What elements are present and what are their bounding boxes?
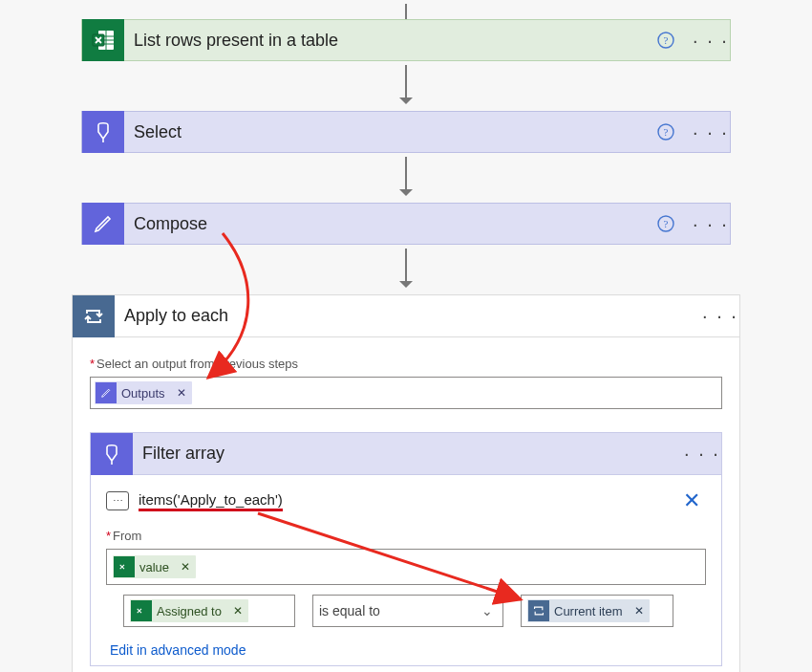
help-icon[interactable]: ? bbox=[657, 32, 692, 49]
action-compose[interactable]: Compose ? · · · bbox=[81, 203, 731, 245]
dataop-icon bbox=[82, 111, 124, 153]
dataop-icon bbox=[91, 433, 133, 475]
action-list-rows[interactable]: List rows present in a table ? · · · bbox=[81, 19, 731, 61]
token-label: value bbox=[136, 560, 175, 574]
loop-icon bbox=[528, 600, 549, 621]
action-title: Select bbox=[124, 122, 657, 142]
connector-arrow bbox=[81, 153, 731, 203]
from-input[interactable]: value ✕ bbox=[106, 549, 706, 585]
token-outputs[interactable]: Outputs ✕ bbox=[95, 381, 192, 404]
loop-icon bbox=[73, 295, 115, 337]
condition-left-input[interactable]: Assigned to ✕ bbox=[123, 595, 295, 627]
more-icon[interactable]: · · · bbox=[701, 305, 739, 327]
apply-to-each-container: Apply to each · · · *Select an output fr… bbox=[72, 294, 740, 672]
more-icon[interactable]: · · · bbox=[692, 121, 730, 143]
output-from-label: *Select an output from previous steps bbox=[90, 357, 722, 371]
svg-text:?: ? bbox=[664, 218, 669, 229]
token-remove-icon[interactable]: ✕ bbox=[175, 560, 196, 574]
svg-text:?: ? bbox=[664, 126, 669, 138]
token-remove-icon[interactable]: ✕ bbox=[629, 604, 650, 618]
filter-array-header[interactable]: Filter array · · · bbox=[91, 433, 721, 475]
token-value[interactable]: value ✕ bbox=[113, 555, 196, 578]
from-label: *From bbox=[106, 529, 706, 543]
action-title: Compose bbox=[124, 214, 657, 234]
chevron-down-icon: ⌄ bbox=[481, 603, 493, 618]
condition-operator-select[interactable]: is equal to ⌄ bbox=[312, 595, 503, 627]
output-from-input[interactable]: Outputs ✕ bbox=[90, 377, 722, 409]
edit-advanced-link[interactable]: Edit in advanced mode bbox=[106, 642, 706, 658]
condition-row: Assigned to ✕ is equal to ⌄ bbox=[106, 595, 706, 627]
help-icon[interactable]: ? bbox=[657, 123, 692, 141]
apply-to-each-title: Apply to each bbox=[115, 306, 701, 326]
clear-icon[interactable]: ✕ bbox=[677, 488, 706, 513]
action-title: List rows present in a table bbox=[124, 31, 657, 51]
token-remove-icon[interactable]: ✕ bbox=[171, 386, 192, 400]
required-star: * bbox=[106, 529, 111, 543]
required-star: * bbox=[90, 357, 95, 371]
filter-array-title: Filter array bbox=[133, 444, 683, 464]
connector-arrow bbox=[81, 61, 731, 111]
expression-text[interactable]: items('Apply_to_each') bbox=[139, 491, 283, 511]
more-icon[interactable]: · · · bbox=[683, 443, 721, 465]
excel-icon bbox=[82, 19, 124, 61]
dataop-icon bbox=[96, 382, 117, 403]
connector-arrow bbox=[81, 0, 731, 19]
token-assigned-to[interactable]: Assigned to ✕ bbox=[130, 599, 248, 622]
connector-arrow bbox=[81, 245, 731, 294]
token-remove-icon[interactable]: ✕ bbox=[227, 604, 248, 618]
token-label: Assigned to bbox=[153, 604, 227, 618]
token-label: Outputs bbox=[118, 386, 171, 401]
more-icon[interactable]: · · · bbox=[692, 30, 730, 52]
help-icon[interactable]: ? bbox=[657, 215, 692, 232]
fx-icon[interactable]: ⋯ bbox=[106, 491, 129, 510]
dataop-icon bbox=[82, 203, 124, 245]
token-current-item[interactable]: Current item ✕ bbox=[527, 599, 650, 622]
excel-icon bbox=[114, 556, 135, 577]
token-label: Current item bbox=[550, 604, 629, 618]
action-select[interactable]: Select ? · · · bbox=[81, 111, 731, 153]
svg-text:?: ? bbox=[664, 34, 669, 46]
filter-array-container: Filter array · · · ⋯ items('Apply_to_eac… bbox=[90, 432, 722, 666]
condition-right-input[interactable]: Current item ✕ bbox=[521, 595, 673, 627]
apply-to-each-header[interactable]: Apply to each · · · bbox=[73, 295, 739, 337]
expression-row: ⋯ items('Apply_to_each') ✕ bbox=[106, 488, 706, 513]
excel-icon bbox=[131, 600, 152, 621]
operator-text: is equal to bbox=[319, 603, 380, 618]
more-icon[interactable]: · · · bbox=[692, 213, 730, 235]
